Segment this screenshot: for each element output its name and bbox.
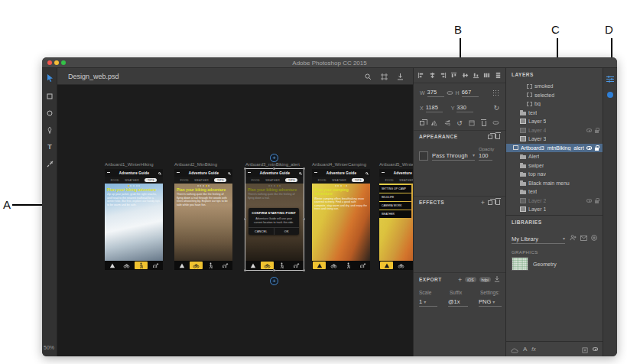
artboard-size-icon[interactable] [492, 89, 499, 96]
move-tool-icon[interactable] [42, 71, 57, 85]
library-item-thumbnail[interactable] [512, 257, 528, 271]
layer-row[interactable]: Black main menu [506, 179, 603, 188]
export-download-icon[interactable] [494, 276, 500, 283]
layer-name[interactable]: selected [534, 93, 554, 98]
layer-row[interactable]: smoked [506, 82, 603, 91]
rotate-icon[interactable]: ↻ [493, 105, 499, 112]
sync-icon[interactable] [591, 230, 597, 244]
layer-name[interactable]: smoked [534, 83, 554, 89]
layer-name[interactable]: top nav [528, 171, 546, 177]
search-icon[interactable] [365, 70, 372, 83]
align-bottom-icon[interactable] [473, 72, 479, 80]
suffix-field[interactable]: @1x [448, 298, 468, 307]
layer-row[interactable]: Alert [506, 152, 603, 161]
titlebar[interactable]: Adobe Photoshop CC 2015 [42, 57, 617, 68]
eyedropper-tool-icon[interactable] [42, 157, 57, 171]
adobe-stock-icon[interactable]: A [523, 346, 527, 353]
library-select[interactable]: My Library▾ [512, 236, 565, 244]
layer-row[interactable]: text [506, 109, 603, 118]
delete-effect-icon[interactable] [495, 200, 500, 205]
add-artboard-button[interactable]: + [270, 277, 278, 285]
artboard-label[interactable]: Artboard5_WinterCamping [379, 162, 413, 167]
lock-icon[interactable] [595, 200, 599, 203]
width-field[interactable]: 375 [427, 89, 444, 97]
canvas[interactable]: Artboard1_WinterHiking Adventure Guide F… [57, 85, 413, 356]
copy-effect-icon[interactable] [488, 200, 492, 205]
libraries-panel-icon[interactable] [607, 92, 613, 98]
add-export-icon[interactable]: + [458, 278, 462, 282]
layer-name[interactable]: Layer 4 [528, 128, 546, 133]
rotate-left-icon[interactable]: ↺ [456, 120, 463, 127]
artboard[interactable]: Artboard3_mtnBiking_alert Adventure Guid… [245, 169, 304, 270]
align-right-icon[interactable] [440, 72, 447, 80]
layer-row[interactable]: Layer 3 [506, 135, 603, 144]
library-item[interactable]: Geometry [506, 257, 603, 271]
layer-name[interactable]: Layer 1 [528, 206, 546, 212]
layer-name[interactable]: text [528, 110, 537, 115]
link-dimensions-icon[interactable] [447, 90, 453, 96]
new-item-icon[interactable] [582, 343, 588, 356]
fx-icon[interactable]: fx [531, 346, 535, 352]
layer-row[interactable]: top nav [506, 170, 603, 179]
layer-row[interactable]: Layer 1 [506, 205, 603, 214]
distribute-v-icon[interactable] [495, 72, 502, 80]
format-select[interactable]: PNG ▾ [479, 298, 502, 307]
align-left-icon[interactable] [417, 72, 424, 80]
collaborate-icon[interactable] [570, 230, 577, 244]
export-preset-ios[interactable]: iOS [465, 277, 476, 282]
pen-tool-icon[interactable] [42, 123, 57, 137]
fill-swatch[interactable] [419, 151, 428, 161]
layer-name[interactable]: swiper [528, 163, 544, 168]
add-effect-icon[interactable]: + [481, 200, 485, 205]
layer-name[interactable]: Layer 3 [528, 136, 546, 141]
layer-row[interactable]: text [506, 187, 603, 197]
layer-name[interactable]: Layer 5 [528, 119, 546, 124]
artboard[interactable]: Artboard2_MtnBiking Adventure Guide FOOD… [174, 169, 232, 270]
export-preset-hdpi[interactable]: hdpi [479, 277, 491, 282]
cloud-sync-icon[interactable] [511, 343, 518, 356]
distribute-h-icon[interactable] [483, 72, 490, 80]
layer-row[interactable]: Layer 5 [506, 117, 603, 126]
clear-appearance-icon[interactable] [495, 134, 500, 139]
height-field[interactable]: 667 [462, 89, 479, 97]
layer-row[interactable]: selected [506, 91, 603, 100]
align-center-h-icon[interactable] [429, 72, 436, 80]
layer-name[interactable]: bg [534, 101, 541, 106]
layer-name[interactable]: Layer 2 [528, 198, 546, 203]
layer-row[interactable]: Artboard3_mtnBiking_alert [506, 144, 603, 153]
add-artboard-button[interactable]: + [270, 154, 278, 162]
rectangle-tool-icon[interactable] [42, 89, 57, 103]
artboard[interactable]: Artboard5_WinterCamping Adventure Guide … [379, 169, 413, 270]
y-field[interactable]: 330 [456, 104, 473, 112]
copy-appearance-icon[interactable] [488, 135, 492, 139]
duplicate-icon[interactable] [420, 121, 424, 125]
artboard[interactable]: Artboard1_WinterHiking Adventure Guide F… [105, 169, 163, 270]
lock-icon[interactable] [595, 148, 599, 151]
artboard-label[interactable]: Artboard3_mtnBiking_alert [245, 162, 300, 167]
layer-row[interactable]: bg [506, 99, 603, 109]
artboard-label[interactable]: Artboard1_WinterHiking [105, 162, 154, 167]
lock-icon[interactable] [595, 130, 599, 133]
zoom-level[interactable]: 50% [44, 345, 54, 350]
layer-name[interactable]: Alert [528, 154, 539, 159]
eye-icon[interactable] [586, 199, 592, 203]
link-icon[interactable] [492, 120, 499, 126]
type-tool-icon[interactable]: T [42, 140, 57, 154]
layer-name[interactable]: text [528, 189, 537, 194]
document-tab[interactable]: Design_web.psd [57, 73, 119, 80]
properties-panel-icon[interactable] [606, 72, 614, 86]
opacity-field[interactable]: 100 [479, 152, 492, 161]
export-icon[interactable] [397, 70, 404, 83]
layer-name[interactable]: Black main menu [528, 180, 570, 186]
layer-row[interactable]: Layer 4 [506, 126, 603, 135]
align-top-icon[interactable] [450, 72, 457, 80]
mail-icon[interactable] [580, 230, 587, 244]
layer-row[interactable]: swiper [506, 161, 603, 171]
flip-v-icon[interactable] [444, 119, 450, 127]
flip-h-icon[interactable] [430, 120, 437, 127]
panel-options-icon[interactable] [469, 120, 475, 127]
preview-icon[interactable] [593, 347, 598, 351]
ellipse-tool-icon[interactable] [42, 106, 57, 120]
layer-name[interactable]: Artboard3_mtnBiking_alert [521, 145, 584, 151]
scale-select[interactable]: 1 ▾ [419, 298, 437, 307]
